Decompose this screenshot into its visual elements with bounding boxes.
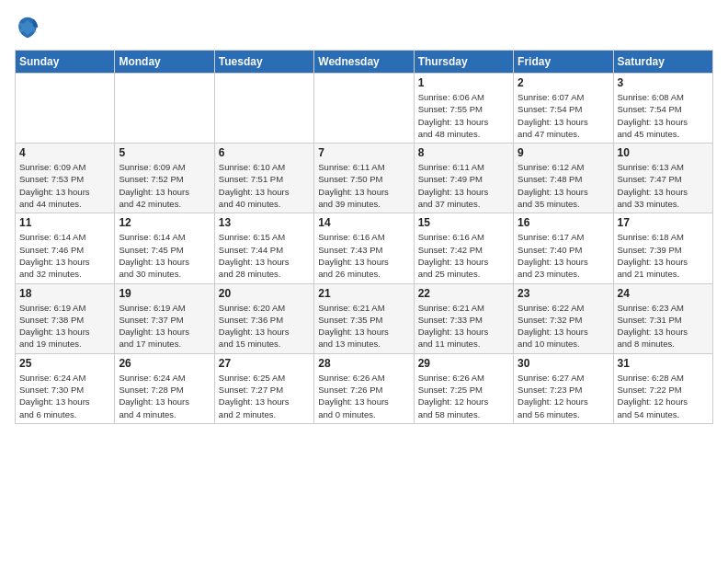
page-header xyxy=(15,15,713,40)
day-number: 1 xyxy=(418,76,509,89)
calendar-cell: 5Sunrise: 6:09 AM Sunset: 7:52 PM Daylig… xyxy=(115,144,214,213)
weekday-header-wednesday: Wednesday xyxy=(314,51,414,74)
day-number: 23 xyxy=(518,287,609,300)
day-number: 27 xyxy=(219,357,310,370)
calendar-cell: 19Sunrise: 6:19 AM Sunset: 7:37 PM Dayli… xyxy=(115,283,214,353)
day-number: 18 xyxy=(19,287,110,300)
day-info: Sunrise: 6:26 AM Sunset: 7:26 PM Dayligh… xyxy=(318,372,409,420)
calendar-cell: 31Sunrise: 6:28 AM Sunset: 7:22 PM Dayli… xyxy=(613,353,712,423)
day-info: Sunrise: 6:19 AM Sunset: 7:37 PM Dayligh… xyxy=(119,302,210,350)
day-info: Sunrise: 6:20 AM Sunset: 7:36 PM Dayligh… xyxy=(219,302,310,350)
calendar-week-row: 25Sunrise: 6:24 AM Sunset: 7:30 PM Dayli… xyxy=(16,353,713,423)
day-info: Sunrise: 6:28 AM Sunset: 7:22 PM Dayligh… xyxy=(618,372,709,420)
day-number: 2 xyxy=(518,76,609,89)
calendar-cell: 11Sunrise: 6:14 AM Sunset: 7:46 PM Dayli… xyxy=(16,213,115,283)
day-info: Sunrise: 6:16 AM Sunset: 7:42 PM Dayligh… xyxy=(418,231,509,280)
day-number: 21 xyxy=(318,287,409,300)
day-info: Sunrise: 6:15 AM Sunset: 7:44 PM Dayligh… xyxy=(219,231,310,280)
calendar-cell: 12Sunrise: 6:14 AM Sunset: 7:45 PM Dayli… xyxy=(115,213,214,283)
day-number: 10 xyxy=(618,146,709,159)
day-info: Sunrise: 6:11 AM Sunset: 7:50 PM Dayligh… xyxy=(318,161,409,210)
day-number: 12 xyxy=(119,216,210,229)
calendar-week-row: 1Sunrise: 6:06 AM Sunset: 7:55 PM Daylig… xyxy=(16,74,713,144)
calendar-cell: 20Sunrise: 6:20 AM Sunset: 7:36 PM Dayli… xyxy=(214,283,313,353)
calendar-cell: 7Sunrise: 6:11 AM Sunset: 7:50 PM Daylig… xyxy=(314,144,414,213)
day-info: Sunrise: 6:24 AM Sunset: 7:30 PM Dayligh… xyxy=(19,372,110,420)
calendar-cell: 26Sunrise: 6:24 AM Sunset: 7:28 PM Dayli… xyxy=(115,353,214,423)
calendar-week-row: 11Sunrise: 6:14 AM Sunset: 7:46 PM Dayli… xyxy=(16,213,713,283)
day-number: 11 xyxy=(19,216,110,229)
day-number: 25 xyxy=(19,357,110,370)
calendar-week-row: 4Sunrise: 6:09 AM Sunset: 7:53 PM Daylig… xyxy=(16,144,713,213)
weekday-header-row: SundayMondayTuesdayWednesdayThursdayFrid… xyxy=(16,51,713,74)
day-number: 8 xyxy=(418,146,509,159)
day-number: 24 xyxy=(618,287,709,300)
day-info: Sunrise: 6:10 AM Sunset: 7:51 PM Dayligh… xyxy=(219,161,310,210)
calendar-cell: 14Sunrise: 6:16 AM Sunset: 7:43 PM Dayli… xyxy=(314,213,414,283)
calendar-cell: 25Sunrise: 6:24 AM Sunset: 7:30 PM Dayli… xyxy=(16,353,115,423)
calendar-cell: 8Sunrise: 6:11 AM Sunset: 7:49 PM Daylig… xyxy=(414,144,513,213)
calendar-cell: 21Sunrise: 6:21 AM Sunset: 7:35 PM Dayli… xyxy=(314,283,414,353)
day-number: 16 xyxy=(518,216,609,229)
calendar-cell: 9Sunrise: 6:12 AM Sunset: 7:48 PM Daylig… xyxy=(514,144,613,213)
calendar-cell: 10Sunrise: 6:13 AM Sunset: 7:47 PM Dayli… xyxy=(613,144,712,213)
calendar-cell: 22Sunrise: 6:21 AM Sunset: 7:33 PM Dayli… xyxy=(414,283,513,353)
day-info: Sunrise: 6:21 AM Sunset: 7:33 PM Dayligh… xyxy=(418,302,509,350)
day-number: 7 xyxy=(318,146,409,159)
day-number: 22 xyxy=(418,287,509,300)
day-info: Sunrise: 6:25 AM Sunset: 7:27 PM Dayligh… xyxy=(219,372,310,420)
calendar-cell: 28Sunrise: 6:26 AM Sunset: 7:26 PM Dayli… xyxy=(314,353,414,423)
calendar-cell: 3Sunrise: 6:08 AM Sunset: 7:54 PM Daylig… xyxy=(613,74,712,144)
weekday-header-saturday: Saturday xyxy=(613,51,712,74)
day-number: 28 xyxy=(318,357,409,370)
logo-icon xyxy=(15,15,40,40)
day-info: Sunrise: 6:14 AM Sunset: 7:45 PM Dayligh… xyxy=(119,231,210,280)
day-number: 20 xyxy=(219,287,310,300)
day-info: Sunrise: 6:09 AM Sunset: 7:52 PM Dayligh… xyxy=(119,161,210,210)
day-info: Sunrise: 6:24 AM Sunset: 7:28 PM Dayligh… xyxy=(119,372,210,420)
calendar-cell: 23Sunrise: 6:22 AM Sunset: 7:32 PM Dayli… xyxy=(514,283,613,353)
day-info: Sunrise: 6:06 AM Sunset: 7:55 PM Dayligh… xyxy=(418,91,509,140)
calendar-cell xyxy=(115,74,214,144)
day-info: Sunrise: 6:21 AM Sunset: 7:35 PM Dayligh… xyxy=(318,302,409,350)
calendar-cell: 4Sunrise: 6:09 AM Sunset: 7:53 PM Daylig… xyxy=(16,144,115,213)
weekday-header-monday: Monday xyxy=(115,51,214,74)
calendar-cell: 1Sunrise: 6:06 AM Sunset: 7:55 PM Daylig… xyxy=(414,74,513,144)
calendar-cell: 17Sunrise: 6:18 AM Sunset: 7:39 PM Dayli… xyxy=(613,213,712,283)
day-number: 31 xyxy=(618,357,709,370)
day-number: 14 xyxy=(318,216,409,229)
calendar-cell: 30Sunrise: 6:27 AM Sunset: 7:23 PM Dayli… xyxy=(514,353,613,423)
weekday-header-thursday: Thursday xyxy=(414,51,513,74)
day-info: Sunrise: 6:23 AM Sunset: 7:31 PM Dayligh… xyxy=(618,302,709,350)
day-info: Sunrise: 6:16 AM Sunset: 7:43 PM Dayligh… xyxy=(318,231,409,280)
day-info: Sunrise: 6:12 AM Sunset: 7:48 PM Dayligh… xyxy=(518,161,609,210)
day-info: Sunrise: 6:09 AM Sunset: 7:53 PM Dayligh… xyxy=(19,161,110,210)
calendar-cell: 13Sunrise: 6:15 AM Sunset: 7:44 PM Dayli… xyxy=(214,213,313,283)
calendar-cell xyxy=(314,74,414,144)
day-number: 5 xyxy=(119,146,210,159)
calendar-table: SundayMondayTuesdayWednesdayThursdayFrid… xyxy=(15,50,713,424)
day-number: 17 xyxy=(618,216,709,229)
day-info: Sunrise: 6:18 AM Sunset: 7:39 PM Dayligh… xyxy=(618,231,709,280)
weekday-header-friday: Friday xyxy=(514,51,613,74)
calendar-cell: 2Sunrise: 6:07 AM Sunset: 7:54 PM Daylig… xyxy=(514,74,613,144)
day-number: 30 xyxy=(518,357,609,370)
day-number: 6 xyxy=(219,146,310,159)
day-info: Sunrise: 6:08 AM Sunset: 7:54 PM Dayligh… xyxy=(618,91,709,140)
day-number: 15 xyxy=(418,216,509,229)
weekday-header-sunday: Sunday xyxy=(16,51,115,74)
logo xyxy=(15,15,44,40)
day-info: Sunrise: 6:17 AM Sunset: 7:40 PM Dayligh… xyxy=(518,231,609,280)
day-number: 9 xyxy=(518,146,609,159)
day-number: 3 xyxy=(618,76,709,89)
calendar-cell: 24Sunrise: 6:23 AM Sunset: 7:31 PM Dayli… xyxy=(613,283,712,353)
day-number: 19 xyxy=(119,287,210,300)
calendar-week-row: 18Sunrise: 6:19 AM Sunset: 7:38 PM Dayli… xyxy=(16,283,713,353)
calendar-cell: 27Sunrise: 6:25 AM Sunset: 7:27 PM Dayli… xyxy=(214,353,313,423)
day-number: 13 xyxy=(219,216,310,229)
day-info: Sunrise: 6:26 AM Sunset: 7:25 PM Dayligh… xyxy=(418,372,509,420)
calendar-cell: 18Sunrise: 6:19 AM Sunset: 7:38 PM Dayli… xyxy=(16,283,115,353)
day-number: 26 xyxy=(119,357,210,370)
calendar-cell: 16Sunrise: 6:17 AM Sunset: 7:40 PM Dayli… xyxy=(514,213,613,283)
calendar-cell: 6Sunrise: 6:10 AM Sunset: 7:51 PM Daylig… xyxy=(214,144,313,213)
